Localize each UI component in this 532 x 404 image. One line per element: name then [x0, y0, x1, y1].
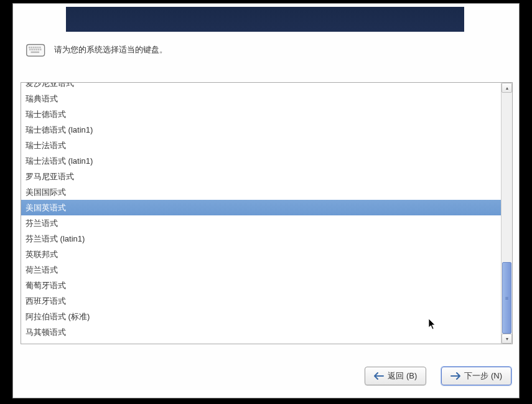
keyboard-list-container: 爱沙尼亚语式瑞典语式瑞士德语式瑞士德语式 (latin1)瑞士法语式瑞士法语式 … — [21, 82, 513, 344]
svg-rect-12 — [38, 49, 40, 50]
svg-rect-2 — [29, 47, 30, 49]
list-item[interactable]: 芬兰语式 (latin1) — [21, 231, 501, 247]
instruction-area: 请为您的系统选择适当的键盘。 — [26, 41, 167, 59]
keyboard-icon — [26, 41, 47, 59]
back-button-label: 返回 (B) — [388, 370, 417, 382]
svg-rect-5 — [35, 47, 37, 49]
list-item[interactable]: 阿拉伯语式 (标准) — [21, 309, 501, 324]
scrollbar-track[interactable] — [502, 93, 512, 334]
svg-rect-7 — [39, 47, 41, 49]
list-item[interactable]: 西班牙语式 — [21, 293, 501, 309]
svg-rect-13 — [40, 49, 42, 50]
svg-rect-11 — [35, 49, 37, 50]
svg-rect-8 — [29, 49, 31, 50]
list-item[interactable]: 荷兰语式 — [21, 262, 501, 278]
list-item[interactable]: 瑞士德语式 (latin1) — [21, 122, 501, 138]
list-item[interactable]: 芬兰语式 — [21, 215, 501, 231]
list-item[interactable]: 英联邦式 — [21, 247, 501, 262]
list-item[interactable]: 瑞士法语式 — [21, 138, 501, 153]
svg-rect-4 — [33, 47, 35, 49]
scroll-up-button[interactable]: ▴ — [502, 83, 512, 93]
svg-rect-10 — [34, 49, 35, 50]
back-button[interactable]: 返回 (B) — [365, 367, 426, 385]
arrow-right-icon — [450, 372, 460, 380]
keyboard-list[interactable]: 爱沙尼亚语式瑞典语式瑞士德语式瑞士德语式 (latin1)瑞士法语式瑞士法语式 … — [21, 83, 501, 344]
arrow-left-icon — [374, 372, 384, 380]
list-item[interactable]: 马其顿语式 — [21, 324, 501, 340]
svg-rect-14 — [31, 52, 40, 54]
scrollbar-thumb[interactable] — [502, 262, 511, 334]
list-item[interactable]: 爱沙尼亚语式 — [21, 83, 501, 91]
list-item[interactable]: 美国英语式 — [21, 200, 501, 215]
instruction-text: 请为您的系统选择适当的键盘。 — [54, 44, 167, 55]
list-item[interactable]: 瑞士法语式 (latin1) — [21, 153, 501, 169]
list-item[interactable]: 罗马尼亚语式 — [21, 169, 501, 184]
next-button-label: 下一步 (N) — [464, 370, 502, 382]
list-item[interactable]: 瑞士德语式 — [21, 106, 501, 122]
list-item[interactable]: 瑞典语式 — [21, 91, 501, 106]
list-item[interactable]: 美国国际式 — [21, 184, 501, 200]
header-banner — [66, 7, 464, 32]
button-bar: 返回 (B) 下一步 (N) — [365, 367, 511, 385]
next-button[interactable]: 下一步 (N) — [441, 367, 511, 385]
svg-rect-9 — [31, 49, 33, 50]
svg-rect-6 — [37, 47, 39, 49]
scroll-down-button[interactable]: ▾ — [502, 334, 512, 344]
installer-window: 请为您的系统选择适当的键盘。 爱沙尼亚语式瑞典语式瑞士德语式瑞士德语式 (lat… — [12, 3, 520, 398]
list-item[interactable]: 葡萄牙语式 — [21, 278, 501, 293]
svg-rect-3 — [31, 47, 33, 49]
scrollbar[interactable]: ▴ ▾ — [501, 83, 512, 344]
